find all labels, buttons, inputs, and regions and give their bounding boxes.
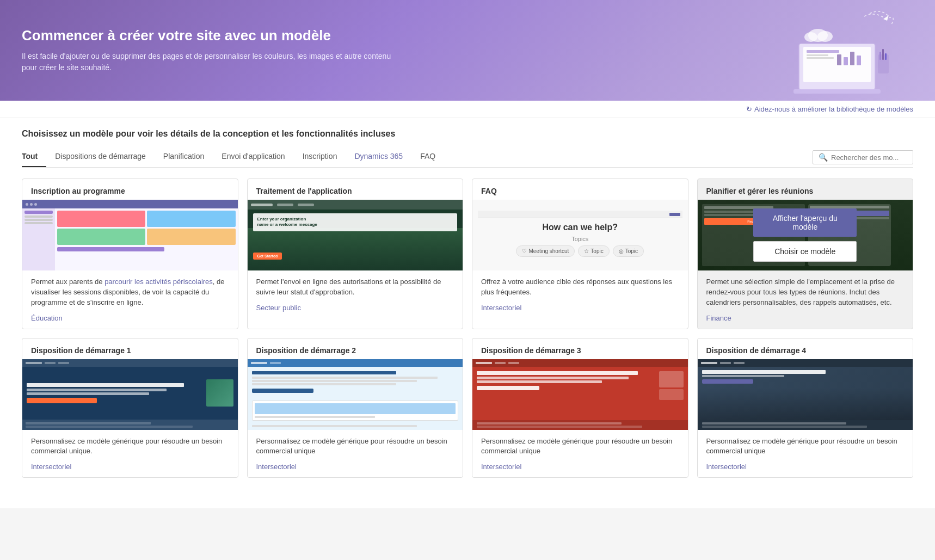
card-faq-title: FAQ (472, 179, 688, 200)
card-disp2-body: Personnalisez ce modèle générique pour r… (248, 430, 463, 478)
card-disp4-title: Disposition de démarrage 4 (698, 339, 913, 359)
card-disp2-title: Disposition de démarrage 2 (248, 339, 463, 359)
card-disp3-tag[interactable]: Intersectoriel (481, 463, 521, 471)
tab-dispositions[interactable]: Dispositions de démarrage (46, 147, 155, 167)
card-faq-preview: How can we help? Topics ♡ Meeting shortc… (472, 200, 688, 270)
card-traitement-tag[interactable]: Secteur public (256, 304, 301, 312)
svg-rect-3 (807, 50, 839, 53)
card-faq-tag[interactable]: Intersectoriel (481, 304, 521, 312)
card-inscription[interactable]: Inscription au programme (22, 179, 238, 329)
card-traitement[interactable]: Traitement de l'application (247, 179, 464, 329)
card-planifier-body: Permet une sélection simple de l'emplace… (698, 270, 913, 329)
card-disp3[interactable]: Disposition de démarrage 3 (472, 338, 688, 478)
faq-btn-3: ◎ Topic (613, 245, 644, 257)
feedback-link-text: Aidez-nous à améliorer la bibliothèque d… (754, 105, 913, 113)
main-content: Choisissez un modèle pour voir les détai… (0, 118, 935, 508)
card-disp1-body: Personnalisez ce modèle générique pour r… (22, 430, 238, 478)
card-disp1[interactable]: Disposition de démarrage 1 (22, 338, 238, 478)
svg-rect-13 (882, 49, 884, 60)
svg-rect-7 (844, 57, 848, 65)
card-disp2-desc: Personnalisez ce modèle générique pour r… (256, 436, 454, 457)
card-traitement-body: Permet l'envoi en ligne des autorisation… (248, 270, 463, 318)
svg-rect-6 (837, 54, 841, 65)
tab-inscription[interactable]: Inscription (294, 147, 346, 167)
card-faq-body: Offrez à votre audience cible des répons… (472, 270, 688, 318)
card-traitement-preview: Enter your organizationname or a welcome… (248, 200, 463, 270)
card-traitement-title: Traitement de l'application (248, 179, 463, 200)
card-planifier-desc: Permet une sélection simple de l'emplace… (706, 277, 905, 308)
section-title: Choisissez un modèle pour voir les détai… (22, 129, 913, 139)
tab-tout[interactable]: Tout (22, 147, 46, 167)
feedback-bar: ↻ Aidez-nous à améliorer la bibliothèque… (0, 101, 935, 118)
card-disp2-tag[interactable]: Intersectoriel (256, 463, 297, 471)
card-inscription-desc: Permet aux parents de parcourir les acti… (31, 277, 229, 308)
cards-grid-row2: Disposition de démarrage 1 (22, 338, 913, 478)
card-disp2-preview (248, 359, 463, 430)
card-faq[interactable]: FAQ How can we help? Topics ♡ Meeting sh… (472, 179, 688, 329)
svg-rect-9 (857, 56, 861, 65)
faq-btn-2: ☆ Topic (578, 245, 609, 257)
card-disp1-preview (22, 359, 238, 430)
faq-topics-text: Topics (571, 236, 588, 242)
btn-preview-template[interactable]: Afficher l'aperçu du modèle (753, 208, 857, 237)
hero-banner: Commencer à créer votre site avec un mod… (0, 0, 935, 101)
card-disp1-desc: Personnalisez ce modèle générique pour r… (31, 436, 229, 457)
svg-rect-5 (807, 57, 834, 59)
svg-rect-12 (879, 52, 881, 60)
tabs-row: Tout Dispositions de démarrage Planifica… (22, 147, 913, 168)
card-disp3-preview (472, 359, 688, 430)
card-inscription-tag[interactable]: Éducation (31, 314, 63, 322)
feedback-link[interactable]: ↻ Aidez-nous à améliorer la bibliothèque… (746, 105, 913, 113)
card-disp3-desc: Personnalisez ce modèle générique pour r… (481, 436, 679, 457)
tab-envoi[interactable]: Envoi d'application (213, 147, 293, 167)
svg-point-17 (804, 32, 817, 42)
card-faq-desc: Offrez à votre audience cible des répons… (481, 277, 679, 298)
search-input[interactable] (831, 153, 907, 162)
card-inscription-body: Permet aux parents de parcourir les acti… (22, 270, 238, 329)
card-disp4-desc: Personnalisez ce modèle générique pour r… (706, 436, 905, 457)
card-planifier-title: Planifier et gérer les réunions (698, 179, 913, 200)
svg-rect-10 (793, 89, 881, 94)
faq-btn-1: ♡ Meeting shortcut (516, 245, 575, 257)
tab-faq[interactable]: FAQ (411, 147, 444, 167)
card-disp4-body: Personnalisez ce modèle générique pour r… (698, 430, 913, 478)
search-box[interactable]: 🔍 (813, 150, 913, 164)
hero-title: Commencer à créer votre site avec un mod… (22, 27, 403, 44)
faq-buttons: ♡ Meeting shortcut ☆ Topic ◎ Topic (516, 245, 644, 257)
svg-rect-14 (885, 53, 887, 60)
card-disp2[interactable]: Disposition de démarrage 2 (247, 338, 464, 478)
card-disp3-title: Disposition de démarrage 3 (472, 339, 688, 359)
tab-dynamics365[interactable]: Dynamics 365 (346, 147, 411, 167)
svg-marker-0 (883, 15, 889, 21)
svg-point-16 (817, 31, 833, 42)
card-disp4-preview (698, 359, 913, 430)
svg-rect-8 (850, 52, 854, 65)
card-planifier-overlay: Afficher l'aperçu du modèle Choisir ce m… (753, 208, 857, 262)
cards-grid-row1: Inscription au programme (22, 179, 913, 329)
tab-planification[interactable]: Planification (155, 147, 213, 167)
card-disp1-tag[interactable]: Intersectoriel (31, 463, 71, 471)
card-disp4-tag[interactable]: Intersectoriel (706, 463, 747, 471)
faq-how-text: How can we help? (542, 223, 618, 232)
card-inscription-title: Inscription au programme (22, 179, 238, 200)
card-traitement-desc: Permet l'envoi en ligne des autorisation… (256, 277, 454, 298)
feedback-icon: ↻ (746, 105, 752, 113)
svg-rect-4 (807, 54, 828, 56)
card-disp1-title: Disposition de démarrage 1 (22, 339, 238, 359)
hero-subtitle: Il est facile d'ajouter ou de supprimer … (22, 51, 403, 73)
card-planifier-preview: Register Afficher l'aperçu du modèle (698, 200, 913, 270)
hero-illustration (783, 5, 902, 95)
search-icon: 🔍 (819, 153, 828, 162)
card-planifier-tag[interactable]: Finance (706, 314, 731, 322)
hero-content: Commencer à créer votre site avec un mod… (22, 27, 403, 73)
card-planifier[interactable]: Planifier et gérer les réunions Register (697, 179, 914, 329)
card-disp3-body: Personnalisez ce modèle générique pour r… (472, 430, 688, 478)
btn-choose-template[interactable]: Choisir ce modèle (753, 241, 857, 262)
card-inscription-preview (22, 200, 238, 270)
card-disp4[interactable]: Disposition de démarrage 4 (697, 338, 914, 478)
